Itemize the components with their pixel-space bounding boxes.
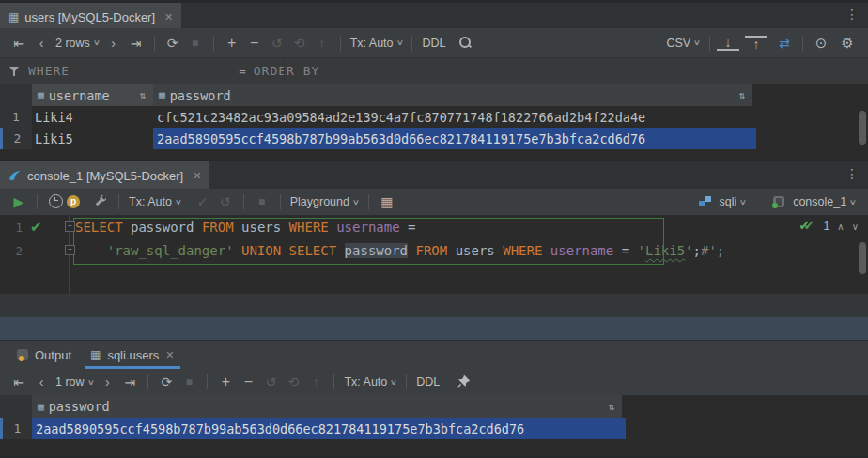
page-size-select[interactable]: 2 rows∨	[53, 37, 102, 50]
view-options-icon[interactable]: ⊙	[810, 36, 832, 50]
more-options-icon[interactable]: ⋮	[845, 166, 859, 181]
prev-page-icon[interactable]: ‹	[30, 375, 53, 389]
separator	[280, 194, 281, 209]
prev-problem-icon[interactable]: ∧	[837, 221, 844, 232]
close-icon[interactable]: ✕	[165, 349, 174, 361]
chevron-down-icon: ∨	[175, 198, 182, 206]
separator	[333, 374, 334, 389]
first-page-icon[interactable]: ⇤	[8, 375, 30, 389]
revert-icon: ⟲	[288, 37, 311, 50]
filter-funnel-icon[interactable]	[9, 66, 21, 77]
users-grid-toolbar: ⇤ ‹ 2 rows∨ › ⇥ ⟳ ■ + − ↺ ⟲ ↑ Tx: Auto∨ …	[0, 28, 868, 58]
delete-row-icon[interactable]: −	[237, 374, 259, 389]
vertical-scrollbar[interactable]	[859, 242, 866, 274]
inspections-ok-icon: ✔✔	[798, 221, 815, 233]
cell-username-2[interactable]: Liki5	[32, 128, 156, 149]
sql-editor[interactable]: 1 2 ✔ − − SELECT password FROM users WHE…	[0, 215, 868, 294]
row-number: 1	[0, 106, 32, 128]
export-data-icon[interactable]: ↓	[717, 36, 739, 51]
close-icon[interactable]: ✕	[164, 11, 173, 23]
vertical-scrollbar[interactable]	[859, 111, 866, 145]
rollback-icon: ↺	[214, 195, 237, 208]
next-page-icon[interactable]: ›	[96, 375, 118, 389]
session-icon	[773, 196, 784, 207]
reload-icon[interactable]: ⟳	[155, 375, 178, 389]
import-data-icon[interactable]: ↑	[745, 36, 767, 51]
run-icon[interactable]: ▶	[8, 195, 30, 208]
schema-icon	[699, 196, 711, 207]
fold-marker-icon[interactable]: −	[65, 245, 75, 255]
tab-users-table[interactable]: ▦ users [MySQL5-Docker] ✕	[0, 3, 181, 31]
inspection-widget[interactable]: ✔✔ 1 ∧ ∨	[798, 220, 859, 233]
chevron-down-icon: ∨	[93, 38, 101, 47]
session-select[interactable]: console_1∨	[790, 195, 859, 208]
corner-cell	[0, 84, 32, 106]
line-number: 1	[4, 221, 23, 235]
history-clock-icon[interactable]	[44, 194, 67, 210]
sort-icon[interactable]: ⇅	[608, 401, 614, 413]
next-page-icon[interactable]: ›	[102, 37, 125, 50]
stop-icon: ■	[184, 38, 207, 49]
compare-icon[interactable]: ⇄	[773, 37, 796, 50]
last-page-icon[interactable]: ⇥	[118, 375, 141, 389]
export-format-select[interactable]: CSV∨	[663, 37, 703, 50]
order-by-icon[interactable]: ≡	[239, 64, 246, 78]
pin-icon[interactable]	[452, 375, 474, 389]
close-icon[interactable]: ✕	[193, 170, 201, 182]
schema-select[interactable]: sqli∨	[717, 195, 750, 208]
run-success-check-icon[interactable]: ✔	[30, 219, 42, 236]
playground-mode-select[interactable]: Playground∨	[287, 195, 362, 208]
where-filter-input[interactable]: WHERE	[28, 64, 70, 78]
cell-username-1[interactable]: Liki4	[32, 106, 156, 128]
result-data-grid: ▦ password ⇅ 1 2aad5890595ccf4598b787b99…	[0, 395, 868, 458]
console-tabbar: console_1 [MySQL5-Docker] ✕ ⋮	[0, 160, 868, 190]
splitter-bar[interactable]	[0, 317, 868, 341]
stop-icon: ■	[251, 196, 273, 207]
users-data-grid: ▦ username ⇅ ▦ password ⇅ 1 Liki4 cfc521…	[0, 84, 868, 160]
separator	[709, 36, 710, 51]
ddl-button[interactable]: DDL	[413, 375, 442, 389]
tab-result-sqli-users[interactable]: ▦ sqli.users ✕	[81, 341, 183, 369]
reload-icon[interactable]: ⟳	[162, 37, 184, 50]
sort-icon[interactable]: ⇅	[139, 89, 146, 101]
settings-gear-icon[interactable]: ⚙	[836, 36, 859, 50]
tab-console[interactable]: console_1 [MySQL5-Docker] ✕	[0, 161, 209, 190]
column-header-password[interactable]: ▦ password ⇅	[153, 84, 752, 106]
ddl-button[interactable]: DDL	[419, 37, 448, 50]
tx-mode-select[interactable]: Tx: Auto∨	[341, 375, 399, 389]
column-header-username[interactable]: ▦ username ⇅	[32, 84, 153, 106]
separator	[118, 194, 119, 209]
search-icon[interactable]	[454, 36, 476, 51]
tx-mode-select[interactable]: Tx: Auto∨	[126, 195, 184, 208]
tx-mode-select[interactable]: Tx: Auto∨	[348, 37, 406, 50]
fold-marker-icon[interactable]: −	[65, 221, 75, 232]
next-problem-icon[interactable]: ∨	[852, 221, 859, 232]
chevron-down-icon: ∨	[352, 198, 360, 206]
separator	[207, 374, 208, 389]
sort-icon[interactable]: ⇅	[738, 89, 745, 101]
column-header-password[interactable]: ▦ password ⇅	[32, 395, 622, 418]
add-row-icon[interactable]: +	[214, 374, 237, 389]
more-options-icon[interactable]: ⋮	[845, 7, 859, 22]
cell-password-1[interactable]: cfc521c23482ac93a09584ad2e139c4a7fc87077…	[153, 106, 756, 128]
profile-icon[interactable]: p	[67, 195, 89, 208]
wrench-icon[interactable]	[89, 194, 112, 209]
commit-icon: ✓	[192, 195, 214, 208]
page-size-select[interactable]: 1 row∨	[53, 375, 96, 389]
order-by-input[interactable]: ORDER BY	[254, 64, 320, 78]
delete-row-icon[interactable]: −	[243, 36, 266, 51]
cell-password-2-selected[interactable]: 2aad5890595ccf4598b787b99ab563d0d66ec821…	[153, 128, 756, 149]
last-page-icon[interactable]: ⇥	[125, 37, 147, 50]
output-layout-icon[interactable]: ▦	[376, 195, 398, 208]
add-row-icon[interactable]: +	[221, 36, 243, 51]
stop-icon: ■	[178, 376, 200, 388]
first-page-icon[interactable]: ⇤	[8, 37, 30, 50]
table-icon: ▦	[8, 10, 19, 23]
chevron-down-icon: ∨	[739, 198, 747, 206]
tab-output[interactable]: Output	[8, 341, 81, 369]
column-icon: ▦	[38, 401, 44, 413]
prev-page-icon[interactable]: ‹	[30, 37, 53, 50]
mysql-dolphin-icon	[8, 170, 22, 181]
cell-password-selected[interactable]: 2aad5890595ccf4598b787b99ab563d0d66ec821…	[32, 418, 626, 439]
separator	[213, 36, 214, 51]
